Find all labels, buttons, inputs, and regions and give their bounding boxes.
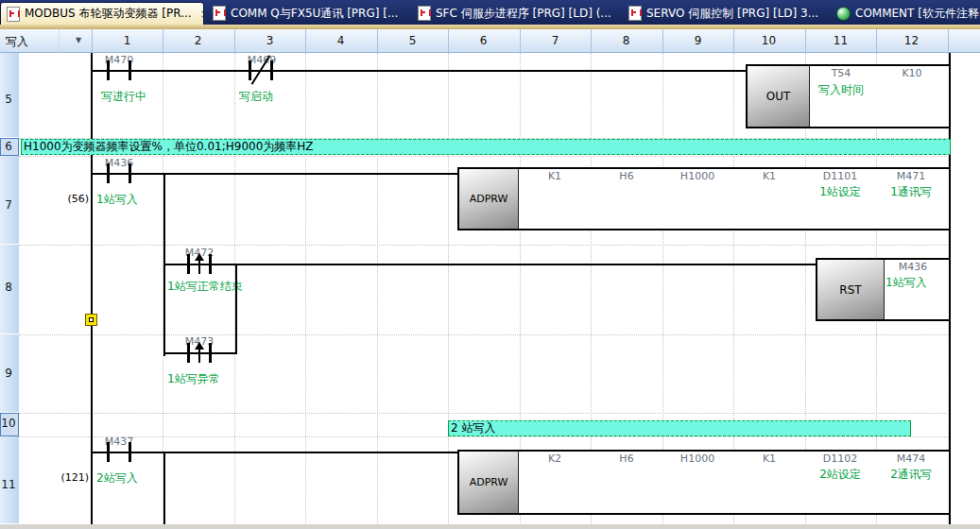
rung5-wire xyxy=(93,70,747,72)
operand-label: M436 xyxy=(880,261,946,273)
operand-label: M471 xyxy=(878,170,944,182)
adprw-mnemonic: ADPRW xyxy=(459,452,519,513)
document-tab-bar: MODBUS 布轮驱动变频器 [PR... × COMM Q与FX5U通讯 [P… xyxy=(0,0,980,25)
header-column-number: 3 xyxy=(234,34,305,47)
header-separator xyxy=(59,29,60,53)
contact-pulse-m472[interactable] xyxy=(187,254,212,274)
device-comment: 写入时间 xyxy=(807,83,875,96)
operand-label: H1000 xyxy=(664,452,731,465)
ladder-program-icon xyxy=(213,6,226,21)
tab-label: SERVO 伺服控制 [PRG] [LD] 3... xyxy=(646,6,818,22)
header-separator xyxy=(948,29,949,53)
plc-ladder-editor: MODBUS 布轮驱动变频器 [PR... × COMM Q与FX5U通讯 [P… xyxy=(0,0,980,529)
comment-globe-icon xyxy=(836,7,851,21)
row-number: 8 xyxy=(0,281,17,294)
grid-line-horizontal xyxy=(19,156,951,158)
device-comment: 1站写入 xyxy=(885,276,927,289)
chevron-down-icon[interactable]: ▼ xyxy=(76,36,81,44)
merge-wire xyxy=(235,264,237,354)
contact-nc-m469[interactable] xyxy=(249,60,273,80)
header-column-number: 11 xyxy=(805,34,876,47)
row-number: 6 xyxy=(0,140,17,153)
rst-mnemonic: RST xyxy=(817,260,885,319)
header-column-number: 5 xyxy=(377,34,448,47)
tab-label: COMMENT [软元件注释] xyxy=(855,6,980,22)
rung11-wire xyxy=(93,452,457,453)
operand-label: T54 xyxy=(808,67,874,79)
grid-line-horizontal xyxy=(19,245,951,247)
ladder-program-icon xyxy=(418,6,431,21)
grid-line-vertical xyxy=(377,53,379,525)
row-number: 9 xyxy=(0,367,17,380)
header-column-number: 1 xyxy=(92,34,163,47)
rung7-wire xyxy=(93,173,457,175)
operand-label: K2 xyxy=(522,452,588,465)
step-number: (56) xyxy=(55,193,89,205)
contact-pulse-m473[interactable] xyxy=(187,343,212,363)
grid-line-vertical xyxy=(448,53,450,525)
ladder-program-icon xyxy=(7,7,20,22)
device-comment: 2站设定 xyxy=(806,468,874,481)
header-column-number: 4 xyxy=(305,34,376,47)
statement-line-row10[interactable]: 2 站写入 xyxy=(448,420,911,436)
bottom-strip xyxy=(0,524,980,529)
contact-no-m437[interactable] xyxy=(107,442,131,462)
grid-line-vertical xyxy=(305,53,307,525)
write-mode-label: 写入 xyxy=(6,34,28,50)
out-mnemonic: OUT xyxy=(748,66,810,127)
row-number: 10 xyxy=(0,417,17,430)
ladder-column-header: 写入 ▼ 123456789101112 xyxy=(0,29,980,53)
operand-label: K1 xyxy=(522,170,588,182)
device-comment: 2站写入 xyxy=(96,471,138,485)
header-column-number: 9 xyxy=(662,34,733,47)
close-icon[interactable]: × xyxy=(200,8,204,20)
grid-line-horizontal xyxy=(19,334,951,336)
edit-cursor-marker[interactable] xyxy=(85,314,97,326)
ladder-program-icon xyxy=(628,6,642,21)
header-column-number: 8 xyxy=(591,34,662,47)
tab-sfc-program[interactable]: SFC 伺服步进程序 [PRG] [LD] (... xyxy=(412,2,619,25)
operand-label: K10 xyxy=(879,67,945,79)
device-comment: 写启动 xyxy=(239,90,273,103)
step-number: (121) xyxy=(49,471,89,484)
adprw-mnemonic: ADPRW xyxy=(459,169,519,229)
header-column-number: 6 xyxy=(448,34,519,47)
row-number: 5 xyxy=(0,93,17,106)
device-comment: 1站写入 xyxy=(96,193,138,206)
row-number: 7 xyxy=(0,198,17,212)
device-comment: 1站设定 xyxy=(806,185,874,198)
operand-label: K1 xyxy=(736,452,802,465)
operand-label: M474 xyxy=(878,452,944,465)
left-power-rail xyxy=(91,53,93,529)
tab-device-comment[interactable]: COMMENT [软元件注释] xyxy=(831,2,980,25)
header-column-number: 2 xyxy=(163,34,233,47)
branch-wire xyxy=(163,452,165,529)
header-column-number: 7 xyxy=(520,34,591,47)
operand-label: K1 xyxy=(736,170,802,182)
contact-no-m436[interactable] xyxy=(107,163,131,183)
operand-label: D1102 xyxy=(807,452,873,465)
operand-label: H6 xyxy=(593,170,660,182)
device-comment: 1站写异常 xyxy=(167,372,220,385)
operand-label: D1101 xyxy=(807,170,873,182)
statement-line-row6[interactable]: H1000为变频器频率设置%，单位0.01;H9000为频率HZ xyxy=(21,139,951,155)
header-column-number: 12 xyxy=(876,34,947,47)
device-comment: 写进行中 xyxy=(101,90,146,103)
tab-label: MODBUS 布轮驱动变频器 [PR... xyxy=(25,6,192,22)
device-comment: 1通讯写 xyxy=(877,185,945,198)
grid-line-horizontal xyxy=(19,413,951,415)
tab-servo-program[interactable]: SERVO 伺服控制 [PRG] [LD] 3... xyxy=(623,2,828,25)
ladder-canvas[interactable]: 567891011 M470 写进行中 M469 写启动 OUT T54 K10… xyxy=(0,53,980,529)
device-comment: 2通讯写 xyxy=(877,468,945,481)
row-number: 11 xyxy=(0,478,17,491)
operand-label: H1000 xyxy=(664,170,731,182)
contact-no-m470[interactable] xyxy=(107,60,131,80)
header-column-number: 10 xyxy=(733,34,804,47)
tab-label: COMM Q与FX5U通讯 [PRG] [... xyxy=(231,6,398,22)
tab-label: SFC 伺服步进程序 [PRG] [LD] (... xyxy=(436,6,611,22)
rung8-wire xyxy=(164,264,817,265)
operand-label: H6 xyxy=(593,452,660,465)
grid-line-horizontal xyxy=(19,436,951,438)
tab-comm-program[interactable]: COMM Q与FX5U通讯 [PRG] [... xyxy=(207,2,408,25)
tab-modbus-program[interactable]: MODBUS 布轮驱动变频器 [PR... × xyxy=(0,2,204,25)
